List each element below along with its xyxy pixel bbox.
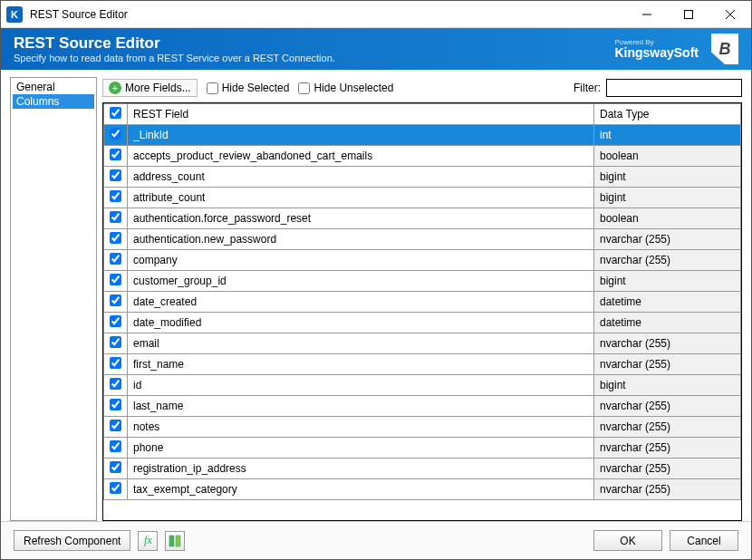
table-row[interactable]: attribute_countbigint bbox=[104, 188, 741, 208]
refresh-component-button[interactable]: Refresh Component bbox=[14, 530, 130, 551]
row-checkbox-cell[interactable] bbox=[104, 188, 128, 208]
table-row[interactable]: authentication.new_passwordnvarchar (255… bbox=[104, 229, 741, 250]
row-checkbox-cell[interactable] bbox=[104, 125, 128, 146]
row-checkbox[interactable] bbox=[110, 149, 121, 160]
row-type-cell[interactable]: nvarchar (255) bbox=[594, 459, 741, 479]
row-checkbox[interactable] bbox=[110, 336, 121, 348]
row-type-cell[interactable]: bigint bbox=[594, 188, 741, 208]
expression-button[interactable]: fx bbox=[138, 531, 158, 551]
hide-selected-input[interactable] bbox=[207, 82, 218, 94]
close-button[interactable] bbox=[709, 1, 751, 28]
row-checkbox[interactable] bbox=[110, 253, 121, 265]
table-row[interactable]: companynvarchar (255) bbox=[104, 250, 741, 271]
table-row[interactable]: address_countbigint bbox=[104, 167, 741, 188]
row-field-cell[interactable]: first_name bbox=[128, 354, 594, 375]
row-type-cell[interactable]: bigint bbox=[594, 375, 741, 396]
row-type-cell[interactable]: nvarchar (255) bbox=[594, 354, 741, 375]
row-checkbox[interactable] bbox=[110, 440, 121, 452]
row-checkbox-cell[interactable] bbox=[104, 313, 128, 333]
row-type-cell[interactable]: boolean bbox=[594, 208, 741, 229]
row-type-cell[interactable]: nvarchar (255) bbox=[594, 229, 741, 250]
table-row[interactable]: notesnvarchar (255) bbox=[104, 417, 741, 438]
table-row[interactable]: last_namenvarchar (255) bbox=[104, 396, 741, 417]
row-checkbox[interactable] bbox=[110, 274, 121, 285]
row-checkbox[interactable] bbox=[110, 128, 121, 140]
maximize-button[interactable] bbox=[668, 1, 709, 28]
row-field-cell[interactable]: tax_exempt_category bbox=[128, 479, 594, 500]
hide-selected-checkbox[interactable]: Hide Selected bbox=[207, 82, 290, 94]
row-checkbox[interactable] bbox=[110, 294, 121, 306]
row-checkbox-cell[interactable] bbox=[104, 271, 128, 292]
row-checkbox[interactable] bbox=[110, 399, 121, 410]
row-field-cell[interactable]: authentication.force_password_reset bbox=[128, 208, 594, 229]
row-checkbox-cell[interactable] bbox=[104, 229, 128, 250]
header-checkbox-cell[interactable] bbox=[104, 104, 128, 125]
row-checkbox[interactable] bbox=[110, 315, 121, 327]
row-type-cell[interactable]: datetime bbox=[594, 292, 741, 313]
table-row[interactable]: tax_exempt_categorynvarchar (255) bbox=[104, 479, 741, 500]
row-checkbox[interactable] bbox=[110, 357, 121, 369]
row-checkbox[interactable] bbox=[110, 169, 121, 181]
row-field-cell[interactable]: customer_group_id bbox=[128, 271, 594, 292]
row-type-cell[interactable]: bigint bbox=[594, 271, 741, 292]
row-field-cell[interactable]: company bbox=[128, 250, 594, 271]
row-type-cell[interactable]: nvarchar (255) bbox=[594, 333, 741, 354]
row-field-cell[interactable]: accepts_product_review_abandoned_cart_em… bbox=[128, 146, 594, 167]
row-checkbox-cell[interactable] bbox=[104, 167, 128, 188]
row-checkbox-cell[interactable] bbox=[104, 479, 128, 500]
row-checkbox-cell[interactable] bbox=[104, 354, 128, 375]
row-field-cell[interactable]: date_modified bbox=[128, 313, 594, 333]
row-type-cell[interactable]: nvarchar (255) bbox=[594, 438, 741, 459]
row-field-cell[interactable]: last_name bbox=[128, 396, 594, 417]
row-checkbox-cell[interactable] bbox=[104, 146, 128, 167]
row-type-cell[interactable]: nvarchar (255) bbox=[594, 396, 741, 417]
row-checkbox[interactable] bbox=[110, 378, 121, 390]
row-type-cell[interactable]: int bbox=[594, 125, 741, 146]
row-type-cell[interactable]: boolean bbox=[594, 146, 741, 167]
table-row[interactable]: date_modifieddatetime bbox=[104, 313, 741, 333]
table-row[interactable]: registration_ip_addressnvarchar (255) bbox=[104, 459, 741, 479]
table-row[interactable]: phonenvarchar (255) bbox=[104, 438, 741, 459]
row-checkbox-cell[interactable] bbox=[104, 417, 128, 438]
table-row[interactable]: emailnvarchar (255) bbox=[104, 333, 741, 354]
columns-button[interactable] bbox=[165, 531, 185, 551]
more-fields-button[interactable]: + More Fields... bbox=[102, 79, 198, 97]
row-checkbox-cell[interactable] bbox=[104, 333, 128, 354]
row-checkbox[interactable] bbox=[110, 190, 121, 202]
row-checkbox[interactable] bbox=[110, 461, 121, 473]
select-all-checkbox[interactable] bbox=[110, 107, 121, 119]
table-row[interactable]: idbigint bbox=[104, 375, 741, 396]
row-checkbox-cell[interactable] bbox=[104, 292, 128, 313]
cancel-button[interactable]: Cancel bbox=[670, 530, 738, 551]
row-type-cell[interactable]: datetime bbox=[594, 313, 741, 333]
row-checkbox-cell[interactable] bbox=[104, 208, 128, 229]
ok-button[interactable]: OK bbox=[593, 530, 662, 551]
row-checkbox[interactable] bbox=[110, 420, 121, 431]
row-checkbox-cell[interactable] bbox=[104, 438, 128, 459]
row-field-cell[interactable]: address_count bbox=[128, 167, 594, 188]
table-row[interactable]: accepts_product_review_abandoned_cart_em… bbox=[104, 146, 741, 167]
row-checkbox-cell[interactable] bbox=[104, 396, 128, 417]
row-field-cell[interactable]: _LinkId bbox=[128, 125, 594, 146]
row-field-cell[interactable]: phone bbox=[128, 438, 594, 459]
sidebar-item-columns[interactable]: Columns bbox=[13, 94, 94, 109]
row-checkbox[interactable] bbox=[110, 211, 121, 223]
row-field-cell[interactable]: date_created bbox=[128, 292, 594, 313]
table-row[interactable]: first_namenvarchar (255) bbox=[104, 354, 741, 375]
row-checkbox-cell[interactable] bbox=[104, 250, 128, 271]
row-field-cell[interactable]: id bbox=[128, 375, 594, 396]
row-type-cell[interactable]: nvarchar (255) bbox=[594, 250, 741, 271]
row-checkbox-cell[interactable] bbox=[104, 375, 128, 396]
row-checkbox-cell[interactable] bbox=[104, 459, 128, 479]
table-row[interactable]: customer_group_idbigint bbox=[104, 271, 741, 292]
table-row[interactable]: _LinkIdint bbox=[104, 125, 741, 146]
row-checkbox[interactable] bbox=[110, 482, 121, 494]
row-type-cell[interactable]: bigint bbox=[594, 167, 741, 188]
sidebar-item-general[interactable]: General bbox=[13, 80, 94, 94]
row-checkbox[interactable] bbox=[110, 232, 121, 244]
hide-unselected-checkbox[interactable]: Hide Unselected bbox=[298, 82, 393, 94]
table-row[interactable]: date_createddatetime bbox=[104, 292, 741, 313]
row-field-cell[interactable]: attribute_count bbox=[128, 188, 594, 208]
row-field-cell[interactable]: email bbox=[128, 333, 594, 354]
header-type[interactable]: Data Type bbox=[594, 104, 741, 125]
